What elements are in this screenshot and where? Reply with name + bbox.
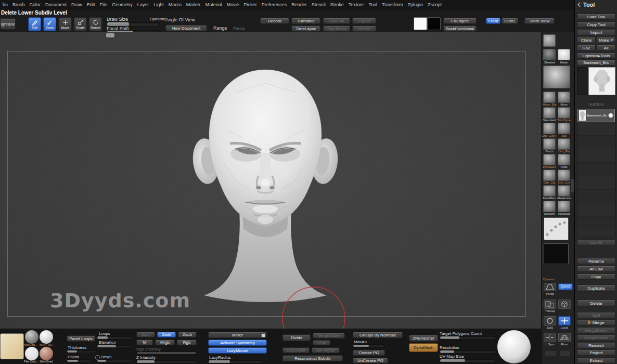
shelf-scroll-up[interactable] (545, 350, 556, 356)
activate-symmetry-button[interactable]: Activate Symmetry (208, 340, 267, 346)
menu-item[interactable]: ha (3, 2, 8, 7)
canvas[interactable]: 3Dyyds.com (0, 32, 541, 329)
active-tool-name[interactable]: Basemesh_Bric (577, 59, 615, 66)
mask-mode-thumbnail[interactable] (558, 49, 570, 60)
menu-item-brush[interactable]: Brush (12, 2, 25, 7)
new-document-button[interactable]: New Document (165, 25, 207, 31)
brush-slot[interactable]: More (558, 92, 570, 106)
subtool-empty-row[interactable] (577, 203, 615, 217)
backface-mask-button[interactable]: BackFaceMask (443, 25, 477, 32)
menu-item-material[interactable]: Material (205, 2, 222, 7)
turntable-button[interactable]: Turntable (291, 18, 320, 24)
menu-item-draw[interactable]: Draw (71, 2, 82, 7)
menu-item-edit[interactable]: Edit (87, 2, 95, 7)
subtool-empty-row[interactable] (577, 190, 615, 203)
brush-slot[interactable]: Sta (558, 123, 570, 137)
subtool-visibility-eye-icon[interactable] (608, 113, 613, 118)
resolution-slider[interactable] (440, 350, 496, 354)
dynamic-label[interactable]: Dynamic (150, 17, 166, 21)
menu-item-macro[interactable]: Macro (169, 2, 182, 7)
crease-pg-button[interactable]: Crease PG (353, 350, 385, 356)
z-intensity-slider[interactable] (136, 360, 197, 363)
thickness-slider[interactable] (67, 350, 95, 353)
texture-slot-thumbnail[interactable] (543, 34, 556, 47)
loops-slider[interactable] (97, 336, 132, 340)
head-model[interactable] (0, 32, 541, 329)
panel-divider-handle[interactable] (571, 179, 574, 192)
draw-button[interactable]: Draw (43, 17, 56, 31)
zsub-button[interactable]: Zsub (178, 332, 197, 337)
menu-item-light[interactable]: Light (153, 2, 164, 7)
brush-slot[interactable]: TrimDyna (558, 107, 570, 122)
brush-slot[interactable]: Standard (543, 107, 556, 122)
menu-item-stroke[interactable]: Stroke (330, 2, 344, 7)
goz-all-button[interactable]: All (597, 45, 615, 51)
maxan-slider[interactable] (353, 344, 385, 347)
menu-item-document[interactable]: Document (45, 2, 67, 7)
menu-item-zscript[interactable]: Zscript (428, 2, 442, 7)
menu-item-movie[interactable]: Movie (227, 2, 239, 7)
clone-button[interactable]: Clone (577, 37, 596, 43)
lightbox-button[interactable]: ightBox (0, 18, 16, 30)
subtool-empty-row[interactable] (577, 163, 615, 176)
brush-slot[interactable]: Orb_Fla (558, 138, 570, 153)
alpha-thumbnail[interactable] (544, 243, 569, 264)
panel-loops-button[interactable]: Panel Loops (67, 335, 95, 342)
all-low-button[interactable]: All Low (577, 266, 615, 272)
menu-item-marker[interactable]: Marker (186, 2, 201, 7)
lsym-icon[interactable] (544, 333, 556, 342)
edit-button[interactable]: Edit (28, 17, 41, 31)
shelf-scroll-down[interactable] (559, 350, 571, 356)
persp-icon[interactable] (544, 283, 556, 291)
record-button[interactable]: Record (260, 18, 289, 24)
zremesher-button[interactable]: ZRemesher (409, 335, 438, 342)
menu-item-tool[interactable]: Tool (368, 2, 377, 7)
shaded-mode-thumbnail[interactable] (543, 49, 556, 60)
subtool-empty-row[interactable] (577, 122, 615, 136)
material-sphere-skin[interactable] (40, 347, 53, 360)
dynamic-persp-label[interactable]: Dynamic (543, 278, 555, 281)
material-sphere-flat[interactable] (25, 347, 38, 360)
color-swatch-black[interactable] (427, 17, 441, 30)
delete-subtool-button[interactable]: Delete (577, 300, 615, 307)
solo-icon[interactable] (544, 316, 556, 326)
make-polymesh-button[interactable]: Make P (597, 37, 615, 43)
zadd-button[interactable]: Zadd (157, 332, 176, 337)
ghost-3d-icon[interactable] (558, 300, 571, 309)
copy-tool-button[interactable]: Copy Tool (577, 21, 615, 28)
bevel-slider[interactable] (97, 359, 132, 362)
brush-slot[interactable]: Topology (558, 201, 570, 215)
lazymouse-button[interactable]: LazyMouse (208, 347, 267, 354)
dynamesh-button[interactable]: DynaMesh (409, 343, 438, 352)
subtool-item-selected[interactable]: Basemesh_Bric (577, 109, 615, 122)
extract-button[interactable]: Extract (577, 357, 615, 363)
uncrease-pg-button[interactable]: UnCrease PG (353, 358, 388, 363)
material-sphere-mah[interactable] (40, 330, 53, 344)
move-button[interactable]: Move (59, 17, 72, 31)
groups-by-normals-button[interactable]: Groups By Normals (353, 332, 403, 338)
elevation-slider[interactable] (97, 345, 132, 348)
lazyradius-slider[interactable] (208, 360, 262, 363)
m-button[interactable]: M (136, 340, 153, 345)
remesh-button[interactable]: Remesh (577, 342, 615, 348)
store-view-button[interactable]: Store View (524, 18, 555, 24)
scale-button[interactable]: Scale (74, 17, 87, 31)
cust1-button[interactable]: Cust1 (502, 18, 518, 24)
menu-item-preferences[interactable]: Preferences (262, 2, 287, 7)
subtool-empty-row[interactable] (577, 217, 615, 230)
material-preview-sphere[interactable] (497, 330, 531, 363)
brush-slot[interactable]: Move_Ela (543, 92, 556, 106)
menu-item-transform[interactable]: Transform (382, 2, 403, 7)
brush-slot[interactable]: Smooth (543, 201, 556, 215)
front-button[interactable]: Front (486, 18, 500, 24)
polish-slider[interactable] (67, 359, 92, 362)
lightbox-tools-button[interactable]: Lightbox▸Tools (577, 53, 615, 59)
current-brush-thumbnail[interactable] (543, 66, 570, 88)
stroke-thumbnail[interactable] (544, 217, 569, 240)
subtool-empty-row[interactable] (577, 176, 615, 190)
brush-slot[interactable]: Orb_Cla (543, 170, 556, 184)
fill-object-button[interactable]: FillObject (443, 18, 477, 24)
current-material-swatch[interactable] (0, 333, 24, 359)
brush-slot[interactable]: Pinch (543, 138, 556, 153)
brush-slot[interactable]: Orb_ClayTu (543, 123, 556, 137)
